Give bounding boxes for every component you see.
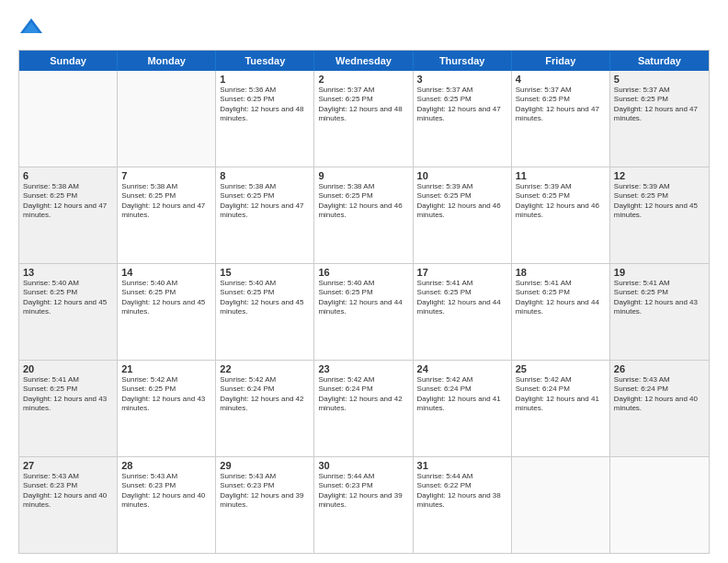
calendar-cell xyxy=(512,457,610,553)
calendar-cell: 28Sunrise: 5:43 AM Sunset: 6:23 PM Dayli… xyxy=(118,457,216,553)
calendar: SundayMondayTuesdayWednesdayThursdayFrid… xyxy=(18,50,710,554)
header-day-wednesday: Wednesday xyxy=(314,51,413,71)
cell-info: Sunrise: 5:44 AM Sunset: 6:22 PM Dayligh… xyxy=(417,472,507,511)
cell-info: Sunrise: 5:43 AM Sunset: 6:24 PM Dayligh… xyxy=(614,375,705,414)
calendar-cell: 16Sunrise: 5:40 AM Sunset: 6:25 PM Dayli… xyxy=(314,264,413,360)
calendar-cell: 22Sunrise: 5:42 AM Sunset: 6:24 PM Dayli… xyxy=(216,361,314,456)
cell-info: Sunrise: 5:42 AM Sunset: 6:24 PM Dayligh… xyxy=(318,375,408,414)
cell-info: Sunrise: 5:40 AM Sunset: 6:25 PM Dayligh… xyxy=(220,279,310,317)
calendar-cell: 2Sunrise: 5:37 AM Sunset: 6:25 PM Daylig… xyxy=(314,71,413,167)
cell-info: Sunrise: 5:44 AM Sunset: 6:23 PM Dayligh… xyxy=(318,472,408,511)
calendar-cell: 3Sunrise: 5:37 AM Sunset: 6:25 PM Daylig… xyxy=(414,71,512,167)
day-number: 8 xyxy=(220,170,310,181)
cell-info: Sunrise: 5:38 AM Sunset: 6:25 PM Dayligh… xyxy=(121,182,211,221)
cell-info: Sunrise: 5:42 AM Sunset: 6:24 PM Dayligh… xyxy=(516,375,606,414)
cell-info: Sunrise: 5:41 AM Sunset: 6:25 PM Dayligh… xyxy=(614,279,705,317)
cell-info: Sunrise: 5:41 AM Sunset: 6:25 PM Dayligh… xyxy=(23,375,113,414)
day-number: 29 xyxy=(220,460,310,471)
cell-info: Sunrise: 5:39 AM Sunset: 6:25 PM Dayligh… xyxy=(417,182,507,221)
day-number: 1 xyxy=(220,74,310,85)
cell-info: Sunrise: 5:40 AM Sunset: 6:25 PM Dayligh… xyxy=(318,279,408,317)
day-number: 4 xyxy=(516,74,606,85)
day-number: 9 xyxy=(318,170,408,181)
calendar-cell: 30Sunrise: 5:44 AM Sunset: 6:23 PM Dayli… xyxy=(314,457,413,553)
day-number: 25 xyxy=(516,363,606,374)
day-number: 28 xyxy=(121,460,211,471)
calendar-cell: 31Sunrise: 5:44 AM Sunset: 6:22 PM Dayli… xyxy=(414,457,512,553)
page: SundayMondayTuesdayWednesdayThursdayFrid… xyxy=(0,0,728,563)
day-number: 14 xyxy=(121,267,211,278)
cell-info: Sunrise: 5:42 AM Sunset: 6:24 PM Dayligh… xyxy=(417,375,507,414)
day-number: 27 xyxy=(23,460,113,471)
calendar-cell: 21Sunrise: 5:42 AM Sunset: 6:25 PM Dayli… xyxy=(118,361,216,456)
day-number: 24 xyxy=(417,363,507,374)
calendar-cell: 6Sunrise: 5:38 AM Sunset: 6:25 PM Daylig… xyxy=(19,167,118,263)
calendar-cell: 13Sunrise: 5:40 AM Sunset: 6:25 PM Dayli… xyxy=(19,264,118,360)
cell-info: Sunrise: 5:38 AM Sunset: 6:25 PM Dayligh… xyxy=(220,182,310,221)
calendar-cell: 15Sunrise: 5:40 AM Sunset: 6:25 PM Dayli… xyxy=(216,264,314,360)
day-number: 10 xyxy=(417,170,507,181)
calendar-row-3: 20Sunrise: 5:41 AM Sunset: 6:25 PM Dayli… xyxy=(19,360,709,456)
day-number: 30 xyxy=(318,460,408,471)
calendar-cell xyxy=(19,71,118,167)
header-day-sunday: Sunday xyxy=(19,51,118,71)
calendar-cell: 20Sunrise: 5:41 AM Sunset: 6:25 PM Dayli… xyxy=(19,361,118,456)
day-number: 6 xyxy=(23,170,113,181)
calendar-cell: 1Sunrise: 5:36 AM Sunset: 6:25 PM Daylig… xyxy=(216,71,314,167)
header-day-monday: Monday xyxy=(118,51,216,71)
calendar-cell: 23Sunrise: 5:42 AM Sunset: 6:24 PM Dayli… xyxy=(314,361,413,456)
calendar-cell: 26Sunrise: 5:43 AM Sunset: 6:24 PM Dayli… xyxy=(610,361,709,456)
calendar-cell xyxy=(118,71,216,167)
cell-info: Sunrise: 5:38 AM Sunset: 6:25 PM Dayligh… xyxy=(318,182,408,221)
cell-info: Sunrise: 5:37 AM Sunset: 6:25 PM Dayligh… xyxy=(614,86,705,124)
day-number: 5 xyxy=(614,74,705,85)
header-day-tuesday: Tuesday xyxy=(216,51,314,71)
day-number: 11 xyxy=(516,170,606,181)
calendar-cell: 4Sunrise: 5:37 AM Sunset: 6:25 PM Daylig… xyxy=(512,71,610,167)
calendar-row-1: 6Sunrise: 5:38 AM Sunset: 6:25 PM Daylig… xyxy=(19,167,709,263)
calendar-cell: 12Sunrise: 5:39 AM Sunset: 6:25 PM Dayli… xyxy=(610,167,709,263)
day-number: 31 xyxy=(417,460,507,471)
cell-info: Sunrise: 5:41 AM Sunset: 6:25 PM Dayligh… xyxy=(516,279,606,317)
day-number: 17 xyxy=(417,267,507,278)
calendar-row-4: 27Sunrise: 5:43 AM Sunset: 6:23 PM Dayli… xyxy=(19,456,709,553)
calendar-cell: 9Sunrise: 5:38 AM Sunset: 6:25 PM Daylig… xyxy=(314,167,413,263)
day-number: 20 xyxy=(23,363,113,374)
day-number: 13 xyxy=(23,267,113,278)
day-number: 16 xyxy=(318,267,408,278)
calendar-cell: 5Sunrise: 5:37 AM Sunset: 6:25 PM Daylig… xyxy=(610,71,709,167)
day-number: 18 xyxy=(516,267,606,278)
cell-info: Sunrise: 5:39 AM Sunset: 6:25 PM Dayligh… xyxy=(614,182,705,221)
cell-info: Sunrise: 5:36 AM Sunset: 6:25 PM Dayligh… xyxy=(220,86,310,124)
calendar-cell: 24Sunrise: 5:42 AM Sunset: 6:24 PM Dayli… xyxy=(414,361,512,456)
cell-info: Sunrise: 5:38 AM Sunset: 6:25 PM Dayligh… xyxy=(23,182,113,221)
calendar-cell: 11Sunrise: 5:39 AM Sunset: 6:25 PM Dayli… xyxy=(512,167,610,263)
header-day-saturday: Saturday xyxy=(610,51,709,71)
cell-info: Sunrise: 5:37 AM Sunset: 6:25 PM Dayligh… xyxy=(417,86,507,124)
day-number: 26 xyxy=(614,363,705,374)
cell-info: Sunrise: 5:41 AM Sunset: 6:25 PM Dayligh… xyxy=(417,279,507,317)
calendar-cell: 27Sunrise: 5:43 AM Sunset: 6:23 PM Dayli… xyxy=(19,457,118,553)
calendar-cell: 10Sunrise: 5:39 AM Sunset: 6:25 PM Dayli… xyxy=(414,167,512,263)
cell-info: Sunrise: 5:39 AM Sunset: 6:25 PM Dayligh… xyxy=(516,182,606,221)
day-number: 2 xyxy=(318,74,408,85)
day-number: 3 xyxy=(417,74,507,85)
calendar-cell: 29Sunrise: 5:43 AM Sunset: 6:23 PM Dayli… xyxy=(216,457,314,553)
header-day-thursday: Thursday xyxy=(414,51,512,71)
header-day-friday: Friday xyxy=(512,51,610,71)
cell-info: Sunrise: 5:42 AM Sunset: 6:24 PM Dayligh… xyxy=(220,375,310,414)
header xyxy=(18,15,710,40)
day-number: 7 xyxy=(121,170,211,181)
calendar-cell: 19Sunrise: 5:41 AM Sunset: 6:25 PM Dayli… xyxy=(610,264,709,360)
day-number: 22 xyxy=(220,363,310,374)
day-number: 19 xyxy=(614,267,705,278)
calendar-header: SundayMondayTuesdayWednesdayThursdayFrid… xyxy=(19,51,709,71)
logo-icon xyxy=(18,15,44,40)
calendar-row-2: 13Sunrise: 5:40 AM Sunset: 6:25 PM Dayli… xyxy=(19,263,709,360)
cell-info: Sunrise: 5:43 AM Sunset: 6:23 PM Dayligh… xyxy=(121,472,211,511)
cell-info: Sunrise: 5:37 AM Sunset: 6:25 PM Dayligh… xyxy=(318,86,408,124)
calendar-cell: 18Sunrise: 5:41 AM Sunset: 6:25 PM Dayli… xyxy=(512,264,610,360)
day-number: 15 xyxy=(220,267,310,278)
calendar-cell: 17Sunrise: 5:41 AM Sunset: 6:25 PM Dayli… xyxy=(414,264,512,360)
cell-info: Sunrise: 5:43 AM Sunset: 6:23 PM Dayligh… xyxy=(220,472,310,511)
